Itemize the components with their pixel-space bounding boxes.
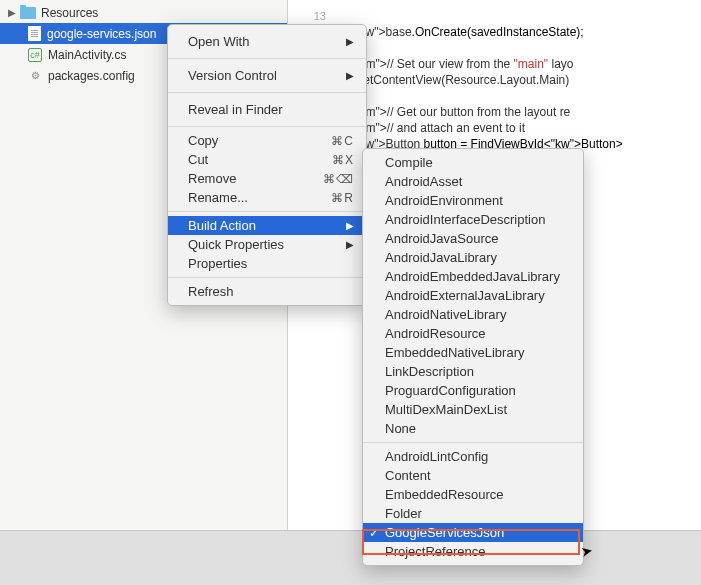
build-action-linkdescription[interactable]: LinkDescription: [363, 362, 583, 381]
build-action-submenu: CompileAndroidAssetAndroidEnvironmentAnd…: [362, 148, 584, 566]
shortcut-label: ⌘X: [332, 153, 354, 167]
menu-separator: [168, 126, 366, 127]
submenu-item-label: GoogleServicesJson: [385, 525, 504, 540]
submenu-item-label: AndroidResource: [385, 326, 485, 341]
build-action-projectreference[interactable]: ProjectReference: [363, 542, 583, 561]
menu-item-label: Cut: [188, 152, 208, 167]
menu-item-label: Remove: [188, 171, 236, 186]
submenu-arrow-icon: ▶: [346, 36, 354, 47]
shortcut-label: ⌘C: [331, 134, 354, 148]
submenu-item-label: AndroidLintConfig: [385, 449, 488, 464]
build-action-androidenvironment[interactable]: AndroidEnvironment: [363, 191, 583, 210]
submenu-item-label: ProguardConfiguration: [385, 383, 516, 398]
submenu-item-label: None: [385, 421, 416, 436]
build-action-androidexternaljavalibrary[interactable]: AndroidExternalJavaLibrary: [363, 286, 583, 305]
menu-item-label: Quick Properties: [188, 237, 284, 252]
submenu-item-label: Compile: [385, 155, 433, 170]
menu-separator: [168, 277, 366, 278]
build-action-androidjavalibrary[interactable]: AndroidJavaLibrary: [363, 248, 583, 267]
submenu-arrow-icon: ▶: [346, 220, 354, 231]
submenu-item-label: AndroidAsset: [385, 174, 462, 189]
status-bar: [0, 530, 701, 585]
folder-resources[interactable]: ▶ Resources: [0, 2, 287, 23]
submenu-item-label: AndroidJavaSource: [385, 231, 498, 246]
build-action-androidjavasource[interactable]: AndroidJavaSource: [363, 229, 583, 248]
shortcut-label: ⌘R: [331, 191, 354, 205]
submenu-item-label: EmbeddedResource: [385, 487, 504, 502]
folder-icon: [20, 7, 36, 19]
menu-item-label: Rename...: [188, 190, 248, 205]
menu-item-open-with[interactable]: Open With▶: [168, 29, 366, 54]
menu-item-label: Build Action: [188, 218, 256, 233]
submenu-item-label: MultiDexMainDexList: [385, 402, 507, 417]
build-action-androidembeddedjavalibrary[interactable]: AndroidEmbeddedJavaLibrary: [363, 267, 583, 286]
submenu-item-label: ProjectReference: [385, 544, 485, 559]
menu-item-label: Version Control: [188, 68, 277, 83]
build-action-proguardconfiguration[interactable]: ProguardConfiguration: [363, 381, 583, 400]
build-action-androidlintconfig[interactable]: AndroidLintConfig: [363, 447, 583, 466]
build-action-googleservicesjson[interactable]: ✓GoogleServicesJson: [363, 523, 583, 542]
submenu-arrow-icon: ▶: [346, 239, 354, 250]
submenu-item-label: AndroidInterfaceDescription: [385, 212, 545, 227]
menu-item-label: Reveal in Finder: [188, 102, 283, 117]
menu-item-remove[interactable]: Remove⌘⌫: [168, 169, 366, 188]
menu-item-reveal-in-finder[interactable]: Reveal in Finder: [168, 97, 366, 122]
folder-label: Resources: [41, 6, 98, 20]
context-menu: Open With▶Version Control▶Reveal in Find…: [167, 24, 367, 306]
file-icon: [28, 26, 41, 41]
menu-item-refresh[interactable]: Refresh: [168, 282, 366, 301]
file-label: packages.config: [48, 69, 135, 83]
file-label: google-services.json: [47, 27, 156, 41]
submenu-item-label: Content: [385, 468, 431, 483]
menu-item-copy[interactable]: Copy⌘C: [168, 131, 366, 150]
build-action-folder[interactable]: Folder: [363, 504, 583, 523]
build-action-androidinterfacedescription[interactable]: AndroidInterfaceDescription: [363, 210, 583, 229]
submenu-item-label: EmbeddedNativeLibrary: [385, 345, 524, 360]
checkmark-icon: ✓: [369, 526, 379, 540]
menu-item-quick-properties[interactable]: Quick Properties▶: [168, 235, 366, 254]
menu-item-build-action[interactable]: Build Action▶: [168, 216, 366, 235]
submenu-item-label: AndroidEmbeddedJavaLibrary: [385, 269, 560, 284]
disclosure-triangle-icon[interactable]: ▶: [8, 7, 18, 18]
menu-item-label: Refresh: [188, 284, 234, 299]
build-action-embeddednativelibrary[interactable]: EmbeddedNativeLibrary: [363, 343, 583, 362]
menu-item-properties[interactable]: Properties: [168, 254, 366, 273]
menu-separator: [168, 92, 366, 93]
build-action-androidnativelibrary[interactable]: AndroidNativeLibrary: [363, 305, 583, 324]
menu-item-cut[interactable]: Cut⌘X: [168, 150, 366, 169]
shortcut-label: ⌘⌫: [323, 172, 354, 186]
menu-item-version-control[interactable]: Version Control▶: [168, 63, 366, 88]
config-file-icon: ⚙: [28, 69, 42, 83]
menu-separator: [168, 58, 366, 59]
submenu-arrow-icon: ▶: [346, 70, 354, 81]
file-label: MainActivity.cs: [48, 48, 126, 62]
menu-item-label: Properties: [188, 256, 247, 271]
submenu-item-label: Folder: [385, 506, 422, 521]
build-action-compile[interactable]: Compile: [363, 153, 583, 172]
build-action-androidasset[interactable]: AndroidAsset: [363, 172, 583, 191]
menu-item-label: Open With: [188, 34, 249, 49]
build-action-multidexmaindexlist[interactable]: MultiDexMainDexList: [363, 400, 583, 419]
submenu-item-label: AndroidExternalJavaLibrary: [385, 288, 545, 303]
csharp-file-icon: c#: [28, 48, 42, 62]
line-number: 13: [288, 8, 342, 24]
submenu-item-label: LinkDescription: [385, 364, 474, 379]
code-line: 13: [288, 8, 701, 24]
menu-separator: [363, 442, 583, 443]
build-action-content[interactable]: Content: [363, 466, 583, 485]
build-action-androidresource[interactable]: AndroidResource: [363, 324, 583, 343]
build-action-none[interactable]: None: [363, 419, 583, 438]
menu-separator: [168, 211, 366, 212]
submenu-item-label: AndroidNativeLibrary: [385, 307, 506, 322]
submenu-item-label: AndroidEnvironment: [385, 193, 503, 208]
build-action-embeddedresource[interactable]: EmbeddedResource: [363, 485, 583, 504]
menu-item-rename-[interactable]: Rename...⌘R: [168, 188, 366, 207]
menu-item-label: Copy: [188, 133, 218, 148]
submenu-item-label: AndroidJavaLibrary: [385, 250, 497, 265]
